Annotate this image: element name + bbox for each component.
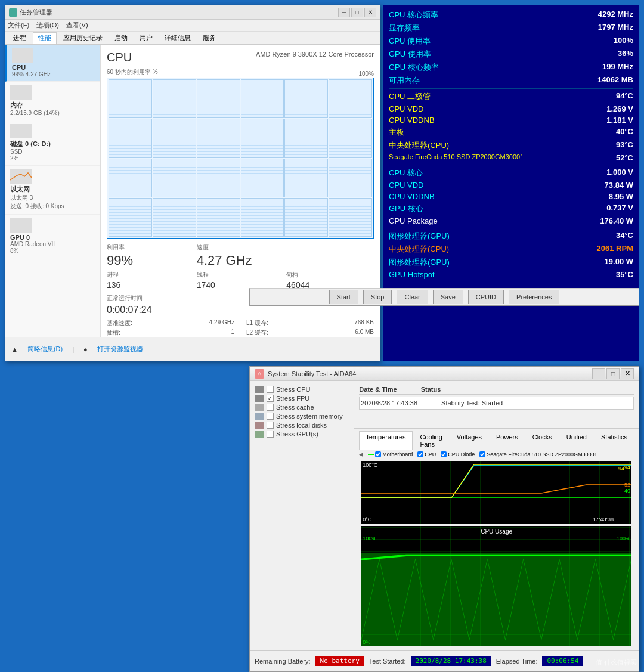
tab-cooling-fans[interactable]: Cooling Fans (414, 431, 449, 450)
tab-services[interactable]: 服务 (197, 32, 221, 44)
stress-gpu-row[interactable]: Stress GPU(s) (255, 431, 349, 438)
cpu-legend-label: CPU (425, 451, 436, 457)
menu-view[interactable]: 查看(V) (66, 21, 88, 30)
log-area: 2020/8/28 17:43:38 Stability Test: Start… (359, 397, 634, 410)
tab-performance[interactable]: 性能 (33, 32, 57, 44)
tab-powers[interactable]: Powers (490, 431, 525, 450)
window-controls[interactable]: ─ □ ✕ (338, 8, 376, 17)
hw-label-3: GPU 使用率 (389, 49, 431, 60)
speed-label: 速度 (197, 243, 284, 252)
mb-legend-checkbox[interactable] (375, 451, 381, 457)
mem-sidebar-sub: 2.2/15.9 GB (14%) (10, 110, 95, 116)
tab-statistics[interactable]: Statistics (595, 431, 634, 450)
core-chart-21 (197, 198, 240, 237)
core-chart-1 (109, 79, 152, 118)
aida64-window: A System Stability Test - AIDA64 ─ □ ✕ S… (249, 366, 639, 672)
stress-cache-row[interactable]: Stress cache (255, 404, 349, 411)
handle-stat: 句柄 46044 (286, 271, 374, 290)
stop-button[interactable]: Stop (363, 290, 392, 304)
aida-close-button[interactable]: ✕ (621, 368, 634, 379)
tab-processes[interactable]: 进程 (8, 32, 32, 44)
stress-disk-row[interactable]: Stress local disks (255, 422, 349, 429)
save-button[interactable]: Save (433, 290, 463, 304)
open-monitor-button[interactable]: 打开资源监视器 (97, 345, 143, 354)
hw-row-17: 图形处理器(GPU) 34°C (389, 230, 633, 243)
hw-row-7: CPU VDD 1.269 V (389, 103, 633, 114)
cpu-usage-chart: CPU Usage 100% 0% 100% (361, 526, 631, 646)
stress-fpu-row[interactable]: ✓ Stress FPU (255, 395, 349, 402)
hw-divider-2 (389, 165, 633, 165)
aida-minimize-button[interactable]: ─ (592, 368, 605, 379)
sidebar-item-network[interactable]: 以太网 以太网 3 发送: 0 接收: 0 Kbps (5, 166, 100, 215)
simplify-icon: ▲ (11, 346, 18, 353)
stress-gpu-checkbox[interactable] (267, 431, 274, 438)
cpu-diode-legend-checkbox[interactable] (441, 451, 447, 457)
stress-disk-label: Stress local disks (276, 422, 327, 429)
preferences-button[interactable]: Preferences (509, 290, 559, 304)
test-started-label: Test Started: (369, 658, 406, 665)
clear-button[interactable]: Clear (397, 290, 428, 304)
util-label: 利用率 (107, 243, 194, 252)
sidebar-item-disk[interactable]: 磁盘 0 (C: D:) SSD 2% (5, 120, 100, 166)
menu-file[interactable]: 文件(F) (8, 21, 29, 30)
hw-row-16: CPU Package 176.40 W (389, 215, 633, 227)
simplify-button[interactable]: 简略信息(D) (27, 345, 63, 354)
close-button[interactable]: ✕ (364, 8, 376, 17)
menu-options[interactable]: 选项(O) (36, 21, 59, 30)
tab-temperatures[interactable]: Temperatures (359, 431, 412, 450)
maximize-button[interactable]: □ (351, 8, 363, 17)
l2-label: L2 缓存: (246, 329, 268, 337)
disk-sparkline (10, 124, 32, 138)
tab-users[interactable]: 用户 (134, 32, 158, 44)
hw-label-1: 显存频率 (389, 23, 420, 33)
stress-mem-row[interactable]: Stress system memory (255, 413, 349, 420)
sidebar-item-cpu[interactable]: CPU 99% 4.27 GHz (5, 45, 100, 82)
core-chart-23 (284, 198, 328, 237)
minimize-button[interactable]: ─ (338, 8, 350, 17)
gpu-sidebar-sub2: AMD Radeon VII (10, 241, 95, 247)
sidebar-item-memory[interactable]: 内存 2.2/15.9 GB (14%) (5, 82, 100, 120)
tab-details[interactable]: 详细信息 (159, 32, 196, 44)
cpuid-button[interactable]: CPUID (468, 290, 504, 304)
tab-startup[interactable]: 启动 (109, 32, 133, 44)
aida-title-text: System Stability Test - AIDA64 (268, 370, 356, 377)
hw-row-15: GPU 核心 0.737 V (389, 202, 633, 215)
aida-window-controls[interactable]: ─ □ ✕ (592, 368, 634, 379)
cpu-legend-checkbox[interactable] (417, 451, 423, 457)
hardware-monitor-panel: CPU 核心频率 4292 MHz 显存频率 1797 MHz CPU 使用率 … (383, 5, 639, 361)
hw-label-5: 可用内存 (389, 75, 420, 86)
net-sparkline (10, 169, 32, 184)
core-chart-4 (241, 79, 284, 118)
stress-fpu-checkbox[interactable]: ✓ (267, 395, 274, 402)
stress-mem-checkbox[interactable] (267, 413, 274, 420)
hw-row-6: CPU 二极管 94°C (389, 90, 633, 103)
hw-label-19: 图形处理器(GPU) (389, 257, 450, 268)
temp-chart-svg (361, 461, 631, 524)
hw-label-8: CPU VDDNB (389, 116, 435, 125)
hw-value-7: 1.269 V (606, 104, 633, 113)
tab-unified[interactable]: Unified (560, 431, 593, 450)
tab-voltages[interactable]: Voltages (450, 431, 488, 450)
task-manager-title: 任务管理器 (9, 8, 52, 17)
cpu-details: 基准速度: 4.29 GHz L1 缓存: 768 KB 插槽: 1 L2 缓存… (107, 319, 374, 337)
legend-arrow: ◀ (359, 451, 363, 457)
stress-fpu-label: Stress FPU (276, 395, 309, 402)
mem-sidebar-title: 内存 (10, 101, 95, 110)
cpu-stress-icon (255, 386, 264, 393)
aida-maximize-button[interactable]: □ (606, 368, 620, 379)
hw-row-0: CPU 核心频率 4292 MHz (389, 8, 633, 21)
gpu-stress-icon (255, 431, 264, 438)
tab-app-history[interactable]: 应用历史记录 (58, 32, 108, 44)
sidebar-item-gpu[interactable]: GPU 0 AMD Radeon VII 8% (5, 215, 100, 258)
stress-cpu-checkbox[interactable] (267, 386, 274, 393)
stress-disk-checkbox[interactable] (267, 422, 274, 429)
cpu-sidebar-sub: 99% 4.27 GHz (12, 71, 95, 78)
core-chart-9 (197, 119, 240, 157)
ssd-legend-checkbox[interactable] (479, 451, 485, 457)
start-button[interactable]: Start (329, 290, 358, 304)
tab-clocks[interactable]: Clocks (526, 431, 559, 450)
battery-label: Remaining Battery: (255, 658, 311, 665)
hw-value-18: 2061 RPM (597, 244, 633, 255)
stress-cache-checkbox[interactable] (267, 404, 274, 411)
stress-cpu-row[interactable]: Stress CPU (255, 386, 349, 393)
